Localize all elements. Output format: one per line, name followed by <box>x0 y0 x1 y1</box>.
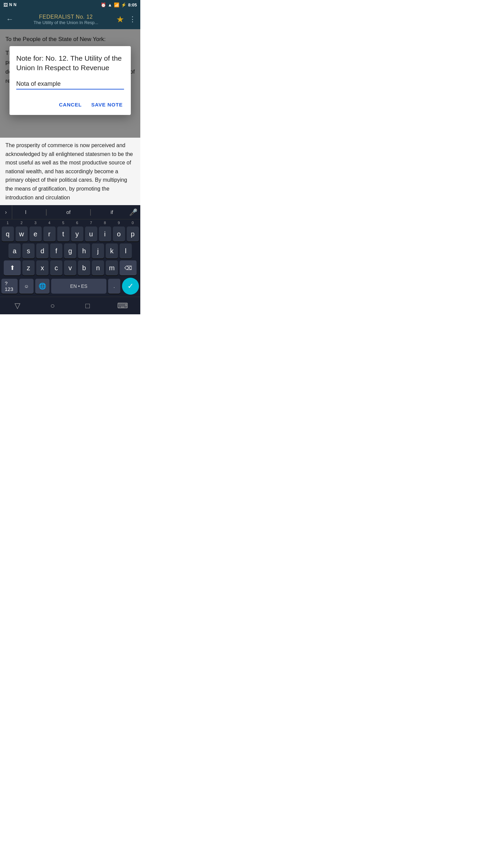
content-section: To the People of the State of New York: … <box>0 29 140 138</box>
backspace-key[interactable]: ⌫ <box>120 260 137 275</box>
signal-icon: 📶 <box>114 2 119 7</box>
key-g[interactable]: g <box>64 243 76 258</box>
key-f[interactable]: f <box>50 243 62 258</box>
key-i[interactable]: i <box>99 226 111 241</box>
key-b[interactable]: b <box>78 260 90 275</box>
suggest-divider-2: | <box>90 208 92 216</box>
key-k[interactable]: k <box>106 243 118 258</box>
dialog-title: Note for: No. 12. The Utility of the Uni… <box>16 54 124 73</box>
suggest-words: l | of | if <box>12 208 126 216</box>
num-key-7: 7 <box>85 221 97 225</box>
num-key-0: 0 <box>127 221 139 225</box>
word-suggestions-bar: › l | of | if 🎤 <box>0 205 140 219</box>
keyboard-row-bottom: ?123 ☺ 🌐 EN • ES . ✓ <box>0 276 140 297</box>
back-button[interactable]: ← <box>4 13 16 26</box>
shift-icon: ⬆ <box>10 264 15 272</box>
star-button[interactable]: ★ <box>116 14 124 25</box>
keyboard-row-1: q w e r t y u i o p <box>0 225 140 242</box>
cancel-button[interactable]: CANCEL <box>58 100 83 110</box>
key-y[interactable]: y <box>71 226 83 241</box>
nav-bar: ▽ ○ □ ⌨ <box>0 297 140 314</box>
num-key-5: 5 <box>57 221 69 225</box>
key-n[interactable]: n <box>92 260 104 275</box>
status-icons: ⏰ ▲ 📶 ⚡ 8:05 <box>101 2 137 7</box>
key-r[interactable]: r <box>43 226 56 241</box>
suggest-word-1[interactable]: l <box>25 209 26 215</box>
key-l[interactable]: l <box>120 243 132 258</box>
toolbar-title: FEDERALIST No. 12 <box>39 14 93 20</box>
nav-keyboard-button[interactable]: ⌨ <box>113 299 133 313</box>
checkmark-icon: ✓ <box>127 282 134 291</box>
n-icon-2: N <box>14 2 17 7</box>
num-key-6: 6 <box>71 221 83 225</box>
key-s[interactable]: s <box>22 243 35 258</box>
space-key[interactable]: EN • ES <box>51 279 106 294</box>
note-dialog: Note for: No. 12. The Utility of the Uni… <box>9 46 131 115</box>
key-a[interactable]: a <box>8 243 21 258</box>
keyboard-area: › l | of | if 🎤 1 2 3 4 5 6 7 8 9 0 <box>0 205 140 297</box>
nav-recent-button[interactable]: □ <box>78 299 98 313</box>
toolbar-title-block: FEDERALIST No. 12 The Utility of the Uni… <box>19 14 113 25</box>
globe-icon: 🌐 <box>39 282 46 290</box>
mic-button[interactable]: 🎤 <box>126 208 140 216</box>
chevron-right-icon: › <box>5 209 7 215</box>
suggest-divider-1: | <box>45 208 47 216</box>
period-key[interactable]: . <box>108 279 120 294</box>
key-c[interactable]: c <box>50 260 62 275</box>
key-u[interactable]: u <box>85 226 97 241</box>
key-j[interactable]: j <box>92 243 104 258</box>
alarm-icon: ⏰ <box>101 2 106 7</box>
key-d[interactable]: d <box>36 243 48 258</box>
num-key-4: 4 <box>43 221 56 225</box>
enter-key[interactable]: ✓ <box>122 278 139 295</box>
emoji-key[interactable]: ☺ <box>19 279 34 294</box>
dialog-actions: CANCEL SAVE NOTE <box>16 100 124 110</box>
emoji-icon: ☺ <box>24 283 29 289</box>
key-t[interactable]: t <box>57 226 69 241</box>
key-p[interactable]: p <box>127 226 139 241</box>
content-lower: The prosperity of commerce is now percei… <box>0 138 140 205</box>
num-key-2: 2 <box>16 221 28 225</box>
phone-wrap: 🖼 N N ⏰ ▲ 📶 ⚡ 8:05 ← FEDERALIST No. 12 T… <box>0 0 140 314</box>
toolbar-subtitle: The Utility of the Union In Resp... <box>34 20 98 25</box>
suggestions-expand[interactable]: › <box>0 205 12 219</box>
key-q[interactable]: q <box>2 226 14 241</box>
key-z[interactable]: z <box>22 260 35 275</box>
shift-key[interactable]: ⬆ <box>4 260 21 275</box>
battery-icon: ⚡ <box>121 2 126 7</box>
keyboard-row-3: ⬆ z x c v b n m ⌫ <box>0 259 140 276</box>
save-note-button[interactable]: SAVE NOTE <box>90 100 124 110</box>
status-time: 8:05 <box>128 2 137 7</box>
more-options-button[interactable]: ⋮ <box>129 15 136 24</box>
num-key-1: 1 <box>2 221 14 225</box>
key-v[interactable]: v <box>64 260 76 275</box>
num-sym-key[interactable]: ?123 <box>1 279 18 294</box>
toolbar: ← FEDERALIST No. 12 The Utility of the U… <box>0 9 140 29</box>
num-key-8: 8 <box>99 221 111 225</box>
key-o[interactable]: o <box>113 226 125 241</box>
content-lower-text: The prosperity of commerce is now percei… <box>5 141 135 202</box>
n-icon-1: N <box>9 2 12 7</box>
num-key-9: 9 <box>113 221 125 225</box>
key-e[interactable]: e <box>29 226 42 241</box>
key-h[interactable]: h <box>78 243 90 258</box>
backspace-icon: ⌫ <box>124 265 132 271</box>
keyboard-row-2: a s d f g h j k l <box>0 242 140 259</box>
key-x[interactable]: x <box>36 260 48 275</box>
note-input[interactable] <box>16 79 124 90</box>
suggest-word-2[interactable]: of <box>66 209 71 215</box>
status-bar-left: 🖼 N N <box>3 2 99 7</box>
num-key-3: 3 <box>29 221 42 225</box>
wifi-icon: ▲ <box>108 2 112 7</box>
globe-key[interactable]: 🌐 <box>35 279 49 294</box>
microphone-icon: 🎤 <box>129 208 138 216</box>
key-m[interactable]: m <box>106 260 118 275</box>
status-bar: 🖼 N N ⏰ ▲ 📶 ⚡ 8:05 <box>0 0 140 9</box>
number-row: 1 2 3 4 5 6 7 8 9 0 <box>0 219 140 225</box>
photo-icon: 🖼 <box>3 2 8 7</box>
nav-home-button[interactable]: ○ <box>42 299 63 313</box>
key-w[interactable]: w <box>16 226 28 241</box>
nav-back-button[interactable]: ▽ <box>7 299 28 313</box>
suggest-word-3[interactable]: if <box>110 209 113 215</box>
